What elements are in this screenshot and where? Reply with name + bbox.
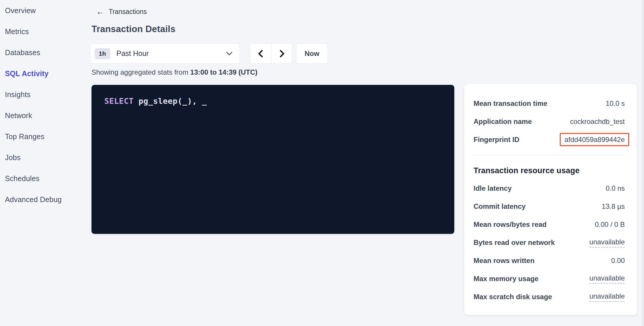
previous-time-button[interactable] (250, 44, 271, 63)
time-nav-group (250, 43, 292, 64)
detail-row: Fingerprint ID afdd4059a899442e (474, 131, 625, 149)
detail-value: 10.0 s (606, 99, 625, 108)
detail-row: Bytes read over network unavailable (474, 234, 625, 252)
detail-label: Max scratch disk usage (474, 293, 552, 301)
detail-value: cockroachdb_test (570, 118, 625, 126)
sql-statement: SELECT pg_sleep(_), _ (104, 97, 441, 106)
sidebar-item-jobs[interactable]: Jobs (0, 147, 87, 168)
sidebar-item-overview[interactable]: Overview (0, 0, 87, 21)
sidebar: OverviewMetricsDatabasesSQL ActivityInsi… (0, 0, 87, 210)
resource-usage-section-title: Transaction resource usage (474, 164, 625, 178)
chevron-left-icon (257, 49, 265, 58)
scrollbar[interactable] (642, 0, 644, 326)
detail-row: Application name cockroachdb_test (474, 113, 625, 131)
detail-label: Idle latency (474, 184, 512, 192)
detail-value: 0.0 ns (606, 184, 625, 192)
time-controls: 1h Past Hour Now (90, 43, 328, 64)
detail-value: 0.00 / 0 B (595, 220, 625, 229)
caption-prefix: Showing aggregated stats from (92, 68, 190, 76)
time-range-label: Past Hour (117, 49, 226, 58)
detail-label: Mean rows written (474, 257, 534, 265)
back-arrow-icon: ← (96, 8, 104, 16)
card-divider (474, 155, 625, 155)
resource-rows: Idle latency 0.0 ns Commit latency 13.8 … (474, 179, 625, 306)
sidebar-item-network[interactable]: Network (0, 105, 87, 126)
detail-value[interactable]: unavailable (590, 274, 625, 284)
sidebar-item-sql-activity[interactable]: SQL Activity (0, 63, 87, 84)
chevron-down-icon (226, 52, 233, 56)
detail-row: Commit latency 13.8 µs (474, 197, 625, 215)
transaction-details-card: Mean transaction time 10.0 s Application… (464, 84, 637, 315)
detail-label: Application name (474, 118, 532, 126)
next-time-button[interactable] (271, 44, 292, 63)
chevron-right-icon (278, 49, 286, 58)
detail-label: Fingerprint ID (474, 136, 519, 144)
time-range-dropdown[interactable]: 1h Past Hour (90, 43, 240, 64)
detail-row: Mean rows/bytes read 0.00 / 0 B (474, 215, 625, 234)
sql-statement-box: SELECT pg_sleep(_), _ (92, 85, 454, 234)
back-link-label: Transactions (109, 8, 147, 16)
detail-value: 13.8 µs (602, 202, 625, 211)
detail-value: 0.00 (611, 257, 625, 265)
detail-label: Mean rows/bytes read (474, 220, 547, 229)
summary-rows: Mean transaction time 10.0 s Application… (474, 94, 625, 149)
aggregated-stats-caption: Showing aggregated stats from 13:00 to 1… (92, 68, 258, 76)
detail-row: Idle latency 0.0 ns (474, 179, 625, 197)
detail-row: Mean transaction time 10.0 s (474, 94, 625, 113)
sidebar-item-top-ranges[interactable]: Top Ranges (0, 126, 87, 147)
detail-value[interactable]: unavailable (590, 292, 625, 302)
sidebar-item-metrics[interactable]: Metrics (0, 21, 87, 42)
detail-label: Mean transaction time (474, 99, 547, 108)
now-button[interactable]: Now (296, 43, 328, 64)
detail-row: Max memory usage unavailable (474, 270, 625, 288)
sidebar-item-insights[interactable]: Insights (0, 84, 87, 105)
sidebar-item-schedules[interactable]: Schedules (0, 168, 87, 189)
caption-range: 13:00 to 14:39 (UTC) (190, 68, 258, 76)
sql-body: pg_sleep(_), _ (134, 97, 207, 106)
sidebar-item-databases[interactable]: Databases (0, 42, 87, 63)
detail-value[interactable]: unavailable (590, 238, 625, 248)
back-link-transactions[interactable]: ← Transactions (96, 6, 147, 17)
detail-label: Max memory usage (474, 275, 539, 283)
detail-label: Bytes read over network (474, 239, 555, 247)
detail-label: Commit latency (474, 202, 526, 211)
time-range-badge: 1h (95, 48, 110, 59)
page-title: Transaction Details (92, 24, 175, 34)
detail-row: Mean rows written 0.00 (474, 252, 625, 270)
detail-value: afdd4059a899442e (564, 136, 625, 144)
detail-row: Max scratch disk usage unavailable (474, 288, 625, 306)
sql-keyword: SELECT (104, 97, 134, 106)
sidebar-item-advanced-debug[interactable]: Advanced Debug (0, 189, 87, 210)
